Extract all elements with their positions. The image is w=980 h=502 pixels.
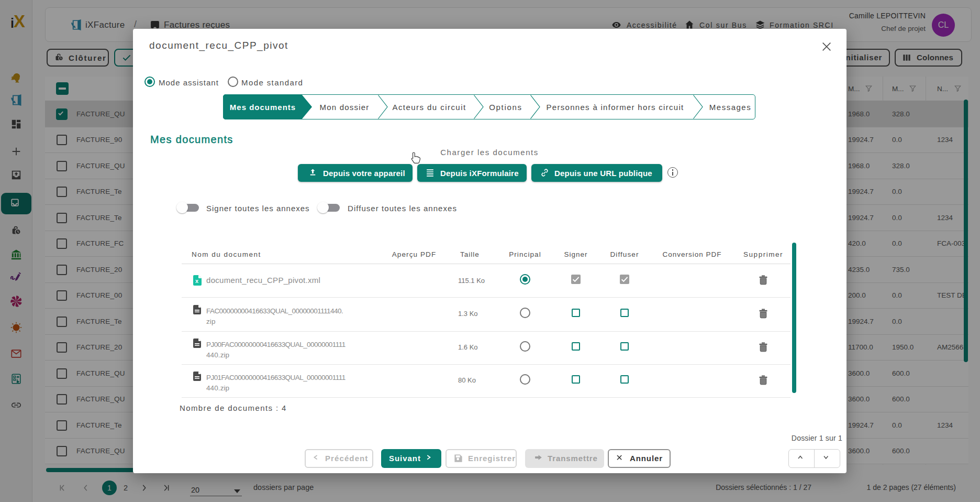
svg-text:x: x (195, 278, 199, 284)
